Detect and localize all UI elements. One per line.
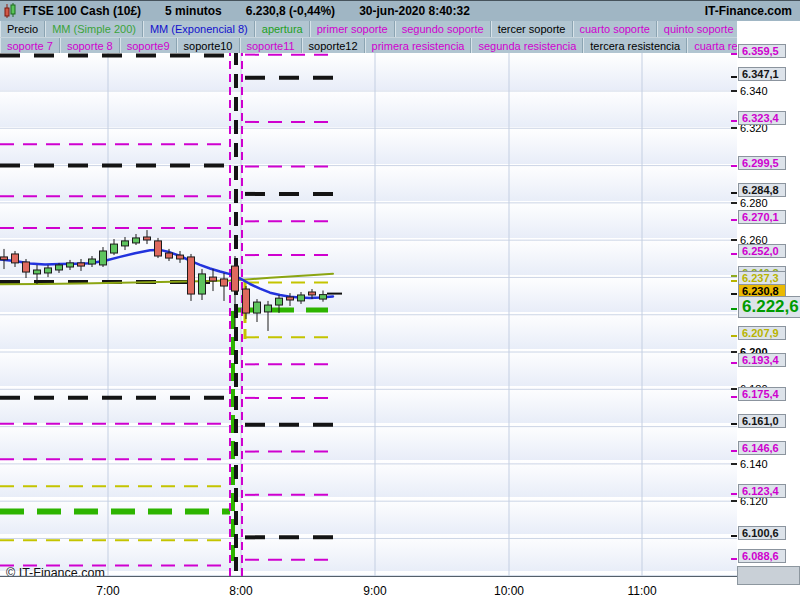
candle-down xyxy=(221,279,228,286)
legend-item-cuarta-resistencia[interactable]: cuarta resistencia xyxy=(687,38,737,54)
legend-item-apertura[interactable]: apertura xyxy=(255,21,310,37)
price-level-label: 6.299,5 xyxy=(738,156,786,170)
time-axis-label: 10:00 xyxy=(487,584,531,598)
instrument-name: FTSE 100 Cash (10£) xyxy=(23,4,141,18)
price-axis-tick xyxy=(731,76,737,78)
price-axis-tick xyxy=(731,493,737,495)
time-axis-label: 9:00 xyxy=(353,584,397,598)
legend-item-soporte9[interactable]: soporte9 xyxy=(120,38,177,54)
price-level-label: 6.252,0 xyxy=(738,244,786,258)
time-axis-label: 8:00 xyxy=(219,584,263,598)
candle-down xyxy=(309,292,316,295)
price-axis-tick xyxy=(731,219,737,221)
price-axis-tick xyxy=(731,127,737,129)
price-level-label: 6.100,6 xyxy=(738,526,786,540)
candle-down xyxy=(1,257,8,260)
price-axis-tick xyxy=(731,120,737,122)
candle-down xyxy=(188,257,195,294)
legend-item-soporte12[interactable]: soporte12 xyxy=(302,38,365,54)
price-axis-tick xyxy=(731,335,737,337)
price-level-label: 6.207,9 xyxy=(738,326,786,340)
price-axis-tick xyxy=(731,396,737,398)
legend-item-primera-resistencia[interactable]: primera resistencia xyxy=(365,38,472,54)
price-axis-tick xyxy=(731,90,737,92)
open-price-label: 6.222,6 xyxy=(738,296,800,318)
legend-item-tercer-soporte[interactable]: tercer soporte xyxy=(491,21,573,37)
candle-down xyxy=(287,297,294,300)
price-axis-tick xyxy=(731,253,737,255)
legend-item-soporte-7[interactable]: soporte 7 xyxy=(0,38,60,54)
price-axis-tick xyxy=(731,165,737,167)
price-grid-label: 6.280 xyxy=(740,197,768,209)
price-level-label: 6.270,1 xyxy=(738,210,786,224)
candle-down xyxy=(232,266,239,291)
price-axis-tick xyxy=(731,202,737,204)
timeframe: 5 minutos xyxy=(165,4,222,18)
candle-up xyxy=(67,263,74,267)
axis-corner xyxy=(737,566,800,585)
legend-item-segundo-soporte[interactable]: segundo soporte xyxy=(395,21,491,37)
legend-item-precio[interactable]: Precio xyxy=(0,21,45,37)
candle-up xyxy=(34,270,41,274)
candle-down xyxy=(23,262,30,272)
chart-plot-area[interactable]: © IT-Finance.com xyxy=(0,53,738,576)
price-axis-tick xyxy=(731,308,737,310)
last-price-change: 6.230,8 (-0,44%) xyxy=(246,4,335,18)
chart-window: FTSE 100 Cash (10£) 5 minutos 6.230,8 (-… xyxy=(0,0,800,600)
candle-down xyxy=(155,241,162,256)
legend-item-soporte10[interactable]: soporte10 xyxy=(177,38,240,54)
candle-up xyxy=(45,268,52,273)
candle-down xyxy=(243,289,250,313)
time-axis-label: 11:00 xyxy=(620,584,664,598)
candle-down xyxy=(177,255,184,259)
legend-item-segunda-resistencia[interactable]: segunda resistencia xyxy=(471,38,583,54)
price-level-label: 6.193,4 xyxy=(738,353,786,367)
legend-item-cuarto-soporte[interactable]: cuarto soporte xyxy=(573,21,657,37)
candle-down xyxy=(12,254,19,263)
candle-up xyxy=(56,265,63,270)
legend-row-1: PrecioMM (Simple 200)MM (Exponencial 8)a… xyxy=(0,21,737,37)
time-axis[interactable]: 7:008:009:0010:0011:00 xyxy=(0,576,737,600)
candle-up xyxy=(89,259,96,264)
candle-up xyxy=(254,302,261,313)
candle-up xyxy=(100,251,107,265)
time-axis-label: 7:00 xyxy=(86,584,130,598)
brand-link[interactable]: IT-Finance.com xyxy=(705,4,792,18)
price-axis-tick xyxy=(731,423,737,425)
price-level-label: 6.347,1 xyxy=(738,67,786,81)
legend-row-2: soporte 7soporte 8soporte9soporte10sopor… xyxy=(0,37,737,54)
price-axis-tick xyxy=(731,239,737,241)
price-level-label: 6.284,8 xyxy=(738,183,786,197)
candlestick-icon xyxy=(3,3,17,19)
price-level-label: 6.323,4 xyxy=(738,111,786,125)
price-axis[interactable]: 6.3406.3206.2806.2606.2006.1806.1406.120… xyxy=(737,21,800,581)
price-axis-tick xyxy=(731,450,737,452)
price-axis-tick xyxy=(731,558,737,560)
title-bar: FTSE 100 Cash (10£) 5 minutos 6.230,8 (-… xyxy=(0,1,800,22)
price-axis-tick xyxy=(731,463,737,465)
price-level-label: 6.146,6 xyxy=(738,441,786,455)
candle-up xyxy=(199,274,206,294)
price-level-label: 6.175,4 xyxy=(738,387,786,401)
price-axis-tick xyxy=(731,275,737,277)
candle-down xyxy=(144,237,151,240)
candlestick-chart[interactable] xyxy=(0,53,737,576)
legend-item-soporte-8[interactable]: soporte 8 xyxy=(60,38,120,54)
candle-down xyxy=(210,277,217,281)
price-level-label: 6.359,5 xyxy=(738,44,786,58)
legend-item-mm-exponencial-8[interactable]: MM (Exponencial 8) xyxy=(143,21,255,37)
legend-item-primer-soporte[interactable]: primer soporte xyxy=(310,21,395,37)
price-axis-tick xyxy=(731,280,737,282)
legend-item-soporte11[interactable]: soporte11 xyxy=(240,38,302,54)
price-axis-tick xyxy=(731,351,737,353)
price-axis-tick xyxy=(731,192,737,194)
candle-up xyxy=(320,295,327,299)
price-axis-tick xyxy=(731,535,737,537)
price-axis-tick xyxy=(731,362,737,364)
legend-item-mm-simple-200[interactable]: MM (Simple 200) xyxy=(45,21,143,37)
candle-up xyxy=(133,238,140,243)
legend-item-quinto-soporte[interactable]: quinto soporte xyxy=(657,21,737,37)
datetime: 30-jun-2020 8:40:32 xyxy=(359,4,470,18)
candle-down xyxy=(78,263,85,266)
legend-item-tercera-resistencia[interactable]: tercera resistencia xyxy=(583,38,687,54)
